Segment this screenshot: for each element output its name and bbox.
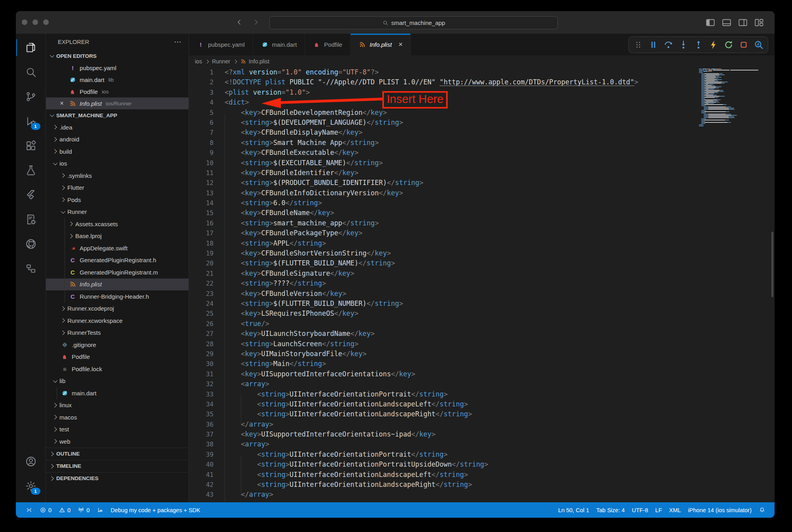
tree-item-flutter[interactable]: Flutter bbox=[46, 182, 189, 194]
status-broadcast[interactable]: 0 bbox=[74, 502, 93, 518]
more-actions-icon[interactable]: ⋯ bbox=[174, 37, 181, 46]
status-warning[interactable]: 0 bbox=[55, 502, 74, 518]
layout-customize-icon[interactable] bbox=[754, 17, 764, 28]
activity-flutter[interactable] bbox=[16, 183, 46, 207]
activity-settings-gear[interactable]: 1 bbox=[16, 474, 46, 498]
tree-item-base-lproj[interactable]: Base.lproj bbox=[46, 230, 189, 242]
grip-icon[interactable] bbox=[632, 39, 644, 51]
tree-item-podfile-lock[interactable]: ≡Podfile.lock bbox=[46, 363, 189, 375]
section-outline[interactable]: OUTLINE bbox=[46, 448, 189, 460]
flutter-icon bbox=[25, 189, 37, 201]
section-timeline[interactable]: TIMELINE bbox=[46, 460, 189, 472]
activity-extensions[interactable] bbox=[16, 133, 46, 158]
command-center-search[interactable]: smart_machine_app bbox=[269, 16, 558, 29]
tree-item-main-dart[interactable]: main.dart bbox=[46, 387, 189, 399]
tree-item-assets-xcassets[interactable]: Assets.xcassets bbox=[46, 218, 189, 230]
tree-item-linux[interactable]: linux bbox=[46, 399, 189, 412]
tree-item-runnertests[interactable]: RunnerTests bbox=[46, 327, 189, 339]
tree-item-android[interactable]: android bbox=[46, 133, 189, 146]
traffic-light-zoom[interactable] bbox=[43, 19, 49, 25]
step-over-icon[interactable] bbox=[662, 39, 674, 51]
status-bell[interactable] bbox=[755, 502, 769, 518]
minimap[interactable] bbox=[699, 67, 765, 127]
tree-item-podfile[interactable]: Podfile bbox=[46, 351, 189, 363]
tree-item-label: RunnerTests bbox=[67, 329, 101, 336]
traffic-light-close[interactable] bbox=[22, 19, 27, 25]
tree-item-lib[interactable]: lib bbox=[46, 375, 189, 387]
code-line: 6<string>$(DEVELOPMENT_LANGUAGE)</string… bbox=[189, 118, 775, 128]
step-into-icon[interactable] bbox=[677, 39, 689, 51]
open-editor-podfile[interactable]: ×Podfileios bbox=[46, 86, 189, 97]
tree-item-runner-xcodeproj[interactable]: Runner.xcodeproj bbox=[46, 303, 189, 315]
code-editor[interactable]: 1<?xml version="1.0" encoding="UTF-8"?>2… bbox=[189, 67, 775, 502]
open-editor-pubspec-yaml[interactable]: ×!pubspec.yaml bbox=[46, 62, 189, 74]
restart-icon[interactable] bbox=[723, 39, 734, 51]
breadcrumb-item-info-plist[interactable]: Info.plist bbox=[240, 58, 269, 65]
tree-item-generatedpluginregistrant-h[interactable]: CGeneratedPluginRegistrant.h bbox=[46, 254, 189, 267]
breadcrumb-item-ios[interactable]: ios bbox=[195, 58, 202, 65]
section-project[interactable]: SMART_MACHINE_APP bbox=[46, 109, 189, 121]
section-open-editors[interactable]: OPEN EDITORS bbox=[46, 50, 189, 62]
minimap-line bbox=[699, 116, 765, 117]
status-error[interactable]: 0 bbox=[36, 502, 55, 518]
line-number: 2 bbox=[189, 77, 214, 87]
tree-item-generatedpluginregistrant-m[interactable]: CGeneratedPluginRegistrant.m bbox=[46, 266, 189, 278]
tab-main-dart[interactable]: main.dart bbox=[253, 34, 305, 55]
status-debug-my-code-packages-sdk[interactable]: Debug my code + packages + SDK bbox=[107, 502, 204, 518]
tree-item-ios[interactable]: ios bbox=[46, 158, 189, 170]
status-utf-8[interactable]: UTF-8 bbox=[628, 502, 652, 518]
flutter-inspector-icon[interactable] bbox=[753, 39, 764, 51]
status-debug-status[interactable] bbox=[93, 502, 107, 518]
tree-item-test[interactable]: test bbox=[46, 423, 189, 436]
status-ln-50-col-1[interactable]: Ln 50, Col 1 bbox=[555, 502, 593, 518]
activity-source-control[interactable] bbox=[16, 84, 46, 109]
tree-item-gitignore[interactable]: .gitignore bbox=[46, 339, 189, 351]
tree-item-runner[interactable]: Runner bbox=[46, 206, 189, 218]
traffic-light-minimize[interactable] bbox=[32, 19, 38, 25]
stop-icon[interactable] bbox=[738, 39, 749, 51]
tree-item-symlinks[interactable]: .symlinks bbox=[46, 170, 189, 182]
status-xml[interactable]: XML bbox=[666, 502, 685, 518]
tree-item-appdelegate-swift[interactable]: AppDelegate.swift bbox=[46, 242, 189, 254]
activity-search[interactable] bbox=[16, 60, 46, 84]
activity-account[interactable] bbox=[16, 449, 46, 474]
tree-item-macos[interactable]: macos bbox=[46, 411, 189, 423]
tree-item-build[interactable]: build bbox=[46, 145, 189, 158]
layout-sidebar-left-icon[interactable] bbox=[705, 17, 716, 28]
tree-item-runner-xcworkspace[interactable]: Runner.xcworkspace bbox=[46, 315, 189, 327]
open-editor-info-plist[interactable]: ×Info.plistios/Runner bbox=[46, 97, 189, 109]
open-editor-main-dart[interactable]: ×main.dartlib bbox=[46, 74, 189, 86]
step-out-icon[interactable] bbox=[693, 39, 704, 51]
hot-reload-icon[interactable] bbox=[708, 39, 719, 51]
close-icon[interactable]: × bbox=[399, 40, 403, 49]
activity-explorer[interactable] bbox=[16, 35, 46, 60]
tree-item-pods[interactable]: Pods bbox=[46, 194, 189, 206]
status-iphone-14-ios-simulator[interactable]: iPhone 14 (ios simulator) bbox=[685, 502, 755, 518]
tree-item-runner-bridging-header-h[interactable]: CRunner-Bridging-Header.h bbox=[46, 290, 189, 303]
activity-testing[interactable] bbox=[16, 158, 46, 183]
forward-icon[interactable] bbox=[250, 17, 261, 28]
status-lf[interactable]: LF bbox=[652, 502, 666, 518]
scrollbar-thumb[interactable] bbox=[771, 232, 773, 297]
layout-panel-icon[interactable] bbox=[721, 17, 732, 28]
breadcrumb-item-runner[interactable]: Runner bbox=[212, 58, 230, 65]
layout-sidebar-right-icon[interactable] bbox=[738, 17, 748, 28]
breadcrumb[interactable]: iosRunnerInfo.plist bbox=[189, 55, 775, 67]
activity-github[interactable] bbox=[16, 232, 46, 256]
status-remote[interactable] bbox=[22, 502, 36, 518]
tab-info-plist[interactable]: Info.plist× bbox=[351, 34, 411, 55]
chevron-right-icon bbox=[49, 464, 53, 468]
pause-icon[interactable] bbox=[647, 39, 659, 51]
tab-pubspec-yaml[interactable]: !pubspec.yaml bbox=[189, 34, 253, 55]
close-icon[interactable]: × bbox=[58, 99, 66, 107]
activity-references[interactable] bbox=[16, 256, 46, 281]
tree-item-info-plist[interactable]: Info.plist bbox=[46, 278, 189, 291]
tab-podfile[interactable]: Podfile bbox=[305, 34, 351, 55]
tree-item-idea[interactable]: .idea bbox=[46, 121, 189, 133]
status-tab-size-4[interactable]: Tab Size: 4 bbox=[593, 502, 628, 518]
section-dependencies[interactable]: DEPENDENCIES bbox=[46, 472, 189, 484]
tree-item-web[interactable]: web bbox=[46, 435, 189, 448]
activity-run-debug[interactable]: 1 bbox=[16, 109, 46, 133]
back-icon[interactable] bbox=[234, 17, 245, 28]
activity-file-settings[interactable] bbox=[16, 207, 46, 232]
